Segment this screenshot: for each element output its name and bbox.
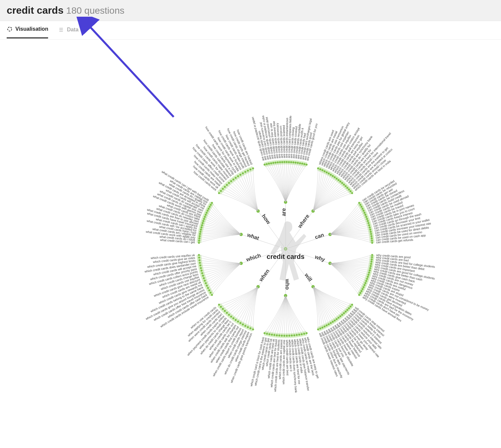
svg-point-397 [242, 172, 244, 174]
svg-point-210 [324, 325, 326, 327]
question-wheel[interactable]: credit cardsareare credit cards accepted… [94, 57, 478, 441]
svg-point-249 [271, 334, 273, 336]
svg-text:which: which [245, 252, 262, 262]
svg-point-290 [218, 304, 220, 306]
svg-point-10 [264, 164, 266, 166]
svg-point-350 [202, 222, 204, 224]
svg-point-112 [367, 220, 369, 222]
svg-point-202 [332, 321, 334, 323]
svg-point-237 [286, 335, 288, 337]
svg-point-325 [198, 257, 200, 259]
list-icon [58, 27, 64, 33]
svg-point-98 [360, 206, 362, 208]
svg-point-155 [367, 274, 369, 276]
svg-point-375 [218, 192, 220, 194]
svg-point-212 [321, 326, 323, 328]
svg-point-366 [209, 206, 211, 208]
svg-point-255 [264, 332, 266, 334]
svg-point-387 [230, 180, 232, 182]
svg-point-338 [199, 235, 201, 237]
svg-point-75 [339, 180, 341, 182]
svg-point-42 [299, 162, 301, 164]
svg-point-36 [292, 161, 294, 163]
svg-point-192 [341, 314, 343, 316]
svg-point-311 [202, 275, 204, 277]
svg-point-214 [319, 327, 321, 329]
svg-point-163 [364, 282, 366, 284]
svg-point-332 [198, 242, 200, 244]
svg-point-272 [237, 321, 239, 323]
svg-point-251 [269, 333, 271, 335]
svg-point-89 [351, 192, 353, 194]
svg-text:are: are [281, 208, 287, 216]
svg-point-46 [303, 163, 305, 165]
svg-point-24 [279, 161, 281, 163]
svg-point-149 [369, 267, 371, 269]
svg-point-65 [330, 174, 332, 176]
svg-point-344 [200, 229, 202, 231]
tab-data[interactable]: Data [58, 27, 78, 38]
svg-point-309 [203, 277, 205, 279]
tab-visualisation[interactable]: Visualisation [7, 26, 48, 38]
svg-point-194 [339, 315, 341, 317]
svg-point-340 [199, 233, 201, 235]
svg-point-264 [247, 326, 249, 328]
svg-point-132 [371, 242, 373, 244]
svg-point-143 [370, 261, 372, 263]
svg-point-30 [286, 161, 288, 163]
svg-point-186 [346, 309, 348, 311]
svg-point-260 [252, 328, 254, 330]
svg-point-161 [365, 280, 367, 282]
svg-point-139 [371, 256, 373, 258]
svg-point-126 [370, 235, 372, 237]
svg-point-307 [204, 280, 206, 282]
svg-point-108 [365, 216, 367, 218]
svg-point-124 [370, 233, 372, 235]
svg-point-196 [337, 317, 339, 319]
svg-point-280 [228, 314, 230, 316]
svg-point-223 [303, 333, 305, 335]
svg-point-85 [348, 188, 350, 190]
svg-text:how: how [261, 213, 272, 225]
svg-point-276 [232, 317, 234, 319]
svg-point-270 [239, 322, 241, 324]
svg-point-288 [220, 306, 222, 308]
svg-point-295 [211, 294, 213, 296]
svg-point-229 [296, 334, 298, 336]
svg-point-321 [199, 262, 201, 264]
svg-point-305 [205, 282, 207, 284]
svg-point-198 [336, 318, 338, 320]
svg-point-348 [201, 224, 203, 226]
svg-point-137 [371, 254, 373, 256]
svg-point-32 [288, 161, 290, 163]
svg-text:where: where [297, 213, 311, 229]
svg-point-83 [346, 187, 348, 189]
page-header: credit cards 180 questions [0, 0, 501, 21]
svg-point-352 [202, 220, 204, 222]
svg-point-118 [369, 227, 371, 229]
svg-point-274 [235, 319, 237, 321]
svg-point-391 [235, 177, 237, 179]
svg-point-241 [281, 335, 283, 337]
svg-point-266 [244, 325, 246, 327]
svg-point-235 [288, 335, 290, 337]
svg-point-114 [367, 222, 369, 224]
svg-text:why: why [314, 254, 326, 262]
svg-point-262 [249, 327, 252, 329]
svg-point-128 [371, 238, 373, 240]
svg-text:can: can [314, 232, 324, 240]
svg-point-71 [336, 178, 338, 180]
svg-point-354 [203, 218, 205, 220]
svg-point-243 [278, 334, 280, 336]
svg-point-106 [364, 214, 366, 216]
svg-point-401 [247, 170, 249, 172]
svg-point-184 [348, 307, 350, 309]
svg-point-159 [366, 278, 368, 280]
svg-text:what: what [246, 232, 260, 241]
tab-visualisation-label: Visualisation [15, 26, 48, 32]
svg-point-286 [222, 308, 224, 310]
svg-point-282 [226, 312, 228, 314]
svg-point-327 [198, 254, 200, 256]
page-title: credit cards [7, 5, 63, 16]
svg-point-284 [224, 310, 226, 312]
